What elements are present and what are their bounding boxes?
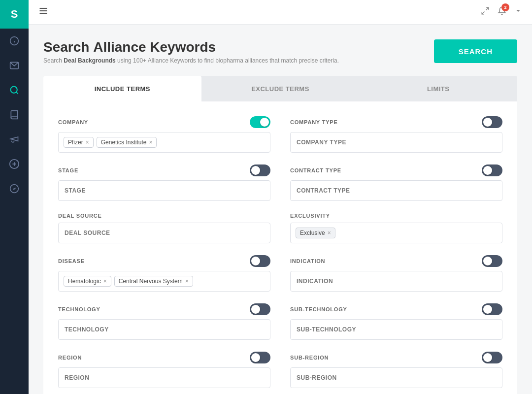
indication-toggle-wrap	[482, 255, 502, 267]
technology-input[interactable]	[58, 319, 270, 340]
region-input[interactable]	[58, 367, 270, 388]
sub-region-input[interactable]	[290, 367, 502, 388]
company-type-input[interactable]	[290, 132, 502, 153]
field-stage: STAGE	[58, 164, 270, 201]
deal-source-label: DEAL SOURCE	[58, 213, 102, 219]
page-title-block: Search Alliance Keywords Search Deal Bac…	[43, 39, 339, 64]
tab-exclude-terms[interactable]: EXCLUDE TERMS	[201, 76, 360, 101]
field-exclusivity: EXCLUSIVITY Exclusive ×	[290, 213, 502, 243]
topbar-actions: 2	[481, 6, 522, 18]
field-region: REGION	[58, 352, 270, 388]
field-stage-header: STAGE	[58, 164, 270, 176]
notification-icon[interactable]: 2	[498, 6, 506, 18]
indication-label: INDICATION	[290, 258, 325, 264]
indication-toggle[interactable]	[482, 255, 502, 267]
company-label: COMPANY	[58, 119, 88, 125]
contract-type-input[interactable]	[290, 180, 502, 201]
svg-point-4	[11, 87, 17, 93]
notification-badge: 2	[501, 3, 509, 11]
sub-technology-input[interactable]	[290, 319, 502, 340]
contract-type-label: CONTRACT TYPE	[290, 167, 341, 173]
page-title: Search Alliance Keywords	[43, 39, 339, 55]
exclusivity-label: EXCLUSIVITY	[290, 213, 330, 219]
field-company-type: COMPANY TYPE	[290, 116, 502, 153]
tabs: INCLUDE TERMS EXCLUDE TERMS LIMITS	[43, 76, 517, 101]
tag-genetics-institute: Genetics Institute ×	[97, 137, 157, 148]
remove-pfizer[interactable]: ×	[86, 139, 89, 145]
field-technology: TECHNOLOGY	[58, 303, 270, 340]
tag-hematologic: Hematologic ×	[64, 276, 111, 287]
tab-limits[interactable]: LIMITS	[359, 76, 517, 101]
field-contract-type: CONTRACT TYPE	[290, 164, 502, 201]
field-deal-source: DEAL SOURCE	[58, 213, 270, 243]
field-region-header: REGION	[58, 352, 270, 363]
region-toggle[interactable]	[250, 352, 270, 363]
company-type-toggle-wrap	[482, 116, 502, 128]
sidebar: S	[0, 0, 29, 394]
disease-toggle[interactable]	[250, 255, 270, 267]
remove-cns[interactable]: ×	[185, 278, 189, 284]
book-icon[interactable]	[0, 102, 29, 127]
field-company-type-header: COMPANY TYPE	[290, 116, 502, 128]
sub-technology-label: SUB-TECHNOLOGY	[290, 306, 347, 312]
remove-genetics-institute[interactable]: ×	[149, 139, 152, 145]
disease-tags-input[interactable]: Hematologic × Central Nervous System ×	[58, 271, 270, 292]
field-company: COMPANY Pfizer × Genetics Institute ×	[58, 116, 270, 153]
company-toggle-wrap	[250, 116, 270, 128]
check-circle-icon[interactable]	[0, 176, 29, 201]
field-indication: INDICATION	[290, 255, 502, 292]
exclusivity-tags-input[interactable]: Exclusive ×	[290, 223, 502, 243]
field-contract-type-header: CONTRACT TYPE	[290, 164, 502, 176]
svg-line-5	[16, 92, 18, 94]
page-header: Search Alliance Keywords Search Deal Bac…	[43, 39, 517, 64]
user-menu-icon[interactable]	[514, 7, 522, 17]
remove-exclusive[interactable]: ×	[328, 230, 331, 236]
region-toggle-wrap	[250, 352, 270, 363]
company-type-label: COMPANY TYPE	[290, 119, 338, 125]
field-sub-region: SUB-REGION	[290, 352, 502, 388]
technology-toggle-wrap	[250, 303, 270, 315]
svg-line-14	[482, 12, 484, 14]
company-toggle[interactable]	[250, 116, 270, 128]
indication-input[interactable]	[290, 271, 502, 292]
topbar-menu-icon[interactable]	[38, 6, 48, 18]
topbar: 2	[29, 0, 532, 25]
field-sub-region-header: SUB-REGION	[290, 352, 502, 363]
megaphone-icon[interactable]	[0, 127, 29, 152]
search-button[interactable]: SEARCH	[434, 39, 517, 63]
company-tags-input[interactable]: Pfizer × Genetics Institute ×	[58, 132, 270, 153]
contract-type-toggle[interactable]	[482, 164, 502, 176]
form-grid: COMPANY Pfizer × Genetics Institute ×	[58, 116, 502, 388]
remove-hematologic[interactable]: ×	[103, 278, 107, 284]
technology-toggle[interactable]	[250, 303, 270, 315]
field-disease: DISEASE Hematologic × Central Nervous Sy…	[58, 255, 270, 292]
field-disease-header: DISEASE	[58, 255, 270, 267]
main-content: 2 Search Alliance Keywords Search Deal B…	[29, 0, 532, 394]
tab-include-terms[interactable]: INCLUDE TERMS	[43, 76, 201, 101]
company-type-toggle[interactable]	[482, 116, 502, 128]
stage-label: STAGE	[58, 167, 78, 173]
sub-region-toggle-wrap	[482, 352, 502, 363]
sub-region-label: SUB-REGION	[290, 355, 329, 361]
field-sub-technology: SUB-TECHNOLOGY	[290, 303, 502, 340]
info-icon[interactable]	[0, 29, 29, 53]
tag-pfizer: Pfizer ×	[64, 137, 94, 148]
logo[interactable]: S	[0, 0, 29, 29]
field-technology-header: TECHNOLOGY	[58, 303, 270, 315]
expand-icon[interactable]	[481, 6, 490, 18]
field-exclusivity-header: EXCLUSIVITY	[290, 213, 502, 219]
deal-source-input[interactable]	[58, 223, 270, 243]
stage-toggle[interactable]	[250, 164, 270, 176]
disease-toggle-wrap	[250, 255, 270, 267]
search-nav-icon[interactable]	[0, 78, 29, 102]
mail-icon[interactable]	[0, 53, 29, 78]
tag-cns: Central Nervous System ×	[114, 276, 193, 287]
stage-input[interactable]	[58, 180, 270, 201]
plus-circle-icon[interactable]	[0, 152, 29, 176]
field-deal-source-header: DEAL SOURCE	[58, 213, 270, 219]
form-panel: COMPANY Pfizer × Genetics Institute ×	[43, 101, 517, 394]
sub-technology-toggle[interactable]	[482, 303, 502, 315]
technology-label: TECHNOLOGY	[58, 306, 100, 312]
sub-region-toggle[interactable]	[482, 352, 502, 363]
region-label: REGION	[58, 355, 82, 361]
